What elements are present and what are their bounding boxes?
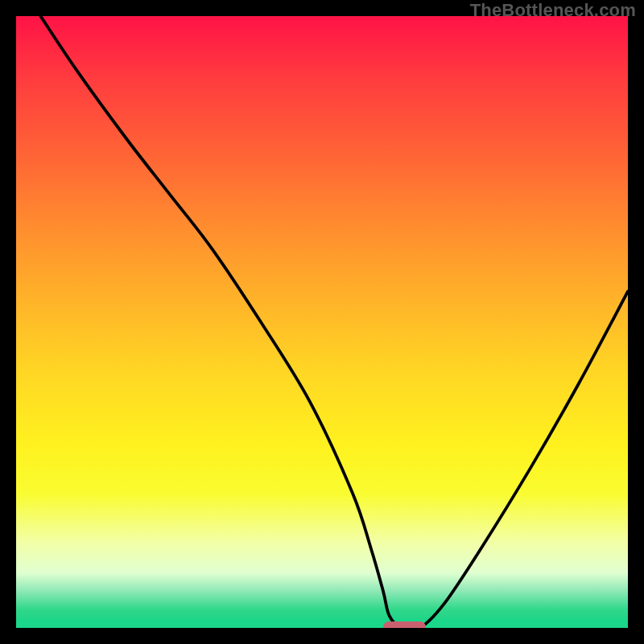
- watermark-label: TheBottleneck.com: [470, 0, 636, 21]
- optimal-marker: [383, 621, 426, 628]
- plot-area: [16, 16, 628, 628]
- chart-frame: TheBottleneck.com: [0, 0, 644, 644]
- bottleneck-curve: [40, 16, 628, 628]
- curve-svg: [16, 16, 628, 628]
